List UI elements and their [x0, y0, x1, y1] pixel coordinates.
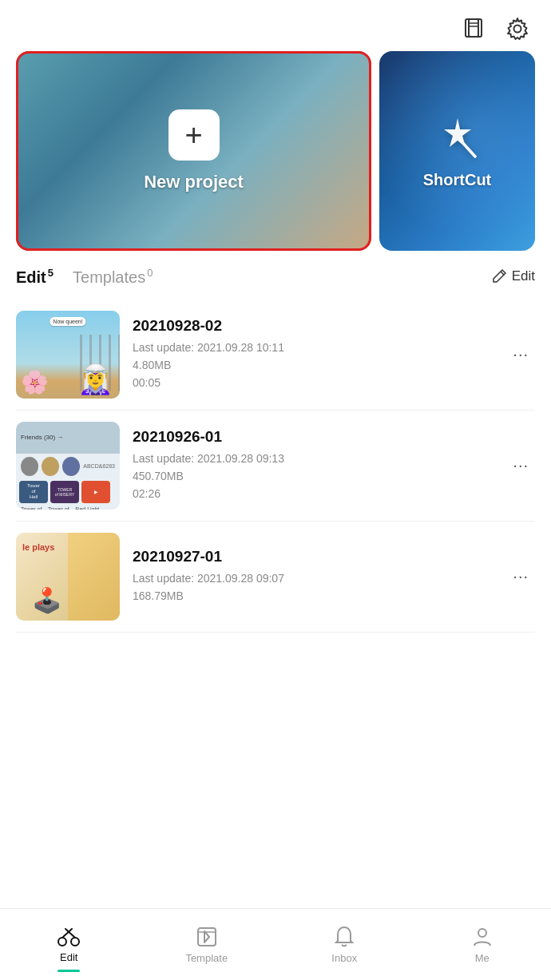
project-thumbnail: Friends (30) → ABCD&6283 TowerofHell TOW…: [16, 422, 120, 510]
thumb-2: Friends (30) → ABCD&6283 TowerofHell TOW…: [16, 422, 120, 510]
nav-label-inbox: Inbox: [331, 952, 357, 964]
shortcut-card[interactable]: ShortCut: [379, 51, 535, 251]
scissors-icon: [57, 926, 81, 948]
project-thumbnail: le plays 🕹️: [16, 533, 120, 621]
project-item: Now queen! 🧝‍♀️ 🌸 20210928-02 Last updat…: [16, 300, 535, 411]
shortcut-label: ShortCut: [423, 171, 492, 189]
svg-marker-5: [444, 118, 471, 147]
project-more-button[interactable]: ···: [506, 339, 535, 370]
nav-item-edit[interactable]: Edit: [0, 909, 138, 980]
project-meta: Last update: 2021.09.28 09:07 168.79MB: [133, 569, 494, 605]
tab-edit[interactable]: Edit5: [16, 267, 73, 287]
project-info: 20210928-02 Last update: 2021.09.28 10:1…: [133, 317, 494, 392]
svg-rect-1: [469, 19, 482, 37]
project-meta: Last update: 2021.09.28 10:11 4.80MB 00:…: [133, 339, 494, 392]
thumb-1: Now queen! 🧝‍♀️ 🌸: [16, 311, 120, 399]
project-meta: Last update: 2021.09.28 09:13 450.70MB 0…: [133, 450, 494, 503]
thumb-3: le plays 🕹️: [16, 533, 120, 621]
svg-point-4: [514, 26, 521, 33]
book-icon: [462, 16, 487, 42]
svg-marker-13: [204, 931, 209, 942]
header: [0, 0, 551, 51]
project-info: 20210926-01 Last update: 2021.09.28 09:1…: [133, 428, 494, 503]
settings-icon-button[interactable]: [503, 14, 532, 43]
project-item: Friends (30) → ABCD&6283 TowerofHell TOW…: [16, 411, 535, 522]
project-name: 20210926-01: [133, 428, 494, 446]
edit-button[interactable]: Edit: [491, 268, 535, 284]
project-list: Now queen! 🧝‍♀️ 🌸 20210928-02 Last updat…: [0, 300, 551, 633]
character-icon: 🧝‍♀️: [77, 365, 113, 394]
nav-label-edit: Edit: [60, 951, 77, 963]
new-project-card[interactable]: + New project: [16, 51, 371, 251]
project-item: le plays 🕹️ 20210927-01 Last update: 202…: [16, 522, 535, 633]
svg-rect-0: [466, 19, 478, 37]
nav-item-me[interactable]: Me: [414, 909, 552, 980]
template-icon: [195, 925, 219, 949]
project-info: 20210927-01 Last update: 2021.09.28 09:0…: [133, 548, 494, 605]
svg-rect-12: [198, 928, 216, 946]
nav-label-template: Template: [185, 952, 228, 964]
book-icon-button[interactable]: [460, 14, 489, 43]
hair-decoration: 🌸: [21, 369, 49, 395]
project-more-button[interactable]: ···: [506, 561, 535, 592]
project-name: 20210928-02: [133, 317, 494, 335]
project-name: 20210927-01: [133, 548, 494, 565]
project-more-button[interactable]: ···: [506, 450, 535, 481]
project-thumbnail: Now queen! 🧝‍♀️ 🌸: [16, 311, 120, 399]
game-character: 🕹️: [32, 586, 61, 614]
tabs-row: Edit5 Templates0 Edit: [0, 267, 551, 287]
nav-item-template[interactable]: Template: [138, 909, 276, 980]
svg-line-6: [461, 141, 475, 157]
nav-label-me: Me: [475, 952, 490, 964]
tab-templates[interactable]: Templates0: [73, 267, 172, 287]
thumb-text: le plays: [22, 542, 54, 552]
pencil-icon: [491, 268, 507, 284]
new-project-label: New project: [144, 172, 244, 192]
speech-bubble: Now queen!: [50, 317, 85, 326]
svg-line-7: [501, 272, 504, 275]
new-project-plus-icon: +: [168, 109, 220, 161]
bell-icon: [333, 925, 355, 949]
person-icon: [471, 925, 494, 949]
bottom-nav: Edit Template Inbox: [0, 908, 551, 980]
svg-point-8: [58, 938, 66, 946]
thumb-overlay: [68, 533, 120, 621]
hero-section: + New project ShortCut: [0, 51, 551, 251]
svg-point-9: [71, 938, 79, 946]
svg-point-16: [478, 929, 486, 937]
settings-icon: [505, 16, 530, 42]
wand-icon: [434, 113, 482, 161]
nav-item-inbox[interactable]: Inbox: [276, 909, 414, 980]
